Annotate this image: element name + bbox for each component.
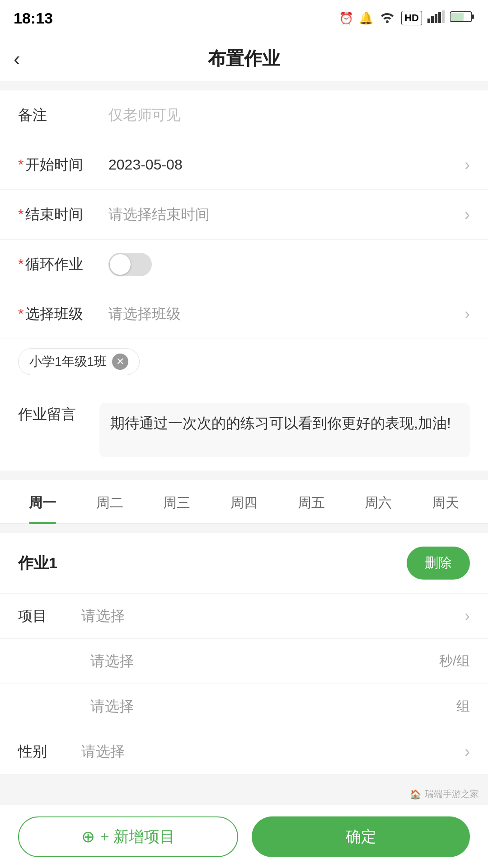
project-arrow: › [465, 607, 470, 626]
hw-sub-row-1[interactable]: 请选择 秒/组 [0, 639, 488, 684]
bottom-bar: ⊕ + 新增项目 确定 [0, 805, 488, 868]
class-arrow: › [465, 305, 470, 324]
class-tag-label: 小学1年级1班 [29, 353, 107, 370]
status-time: 18:13 [14, 9, 53, 27]
homework-title: 作业1 [18, 553, 57, 574]
nav-bar: ‹ 布置作业 [0, 36, 488, 81]
project-row[interactable]: 项目 请选择 › [0, 594, 488, 639]
status-bar: 18:13 ⏰ 🔔 HD [0, 0, 488, 36]
hw-sub-row-2[interactable]: 请选择 组 [0, 684, 488, 729]
class-tag: 小学1年级1班 ✕ [18, 348, 140, 375]
class-select-row[interactable]: *选择班级 请选择班级 › [0, 289, 488, 339]
hw-sub-select-2[interactable]: 请选择 [81, 697, 452, 717]
cycle-label: *循环作业 [18, 255, 99, 274]
homework-header: 作业1 删除 [0, 533, 488, 594]
end-time-placeholder: 请选择结束时间 [99, 205, 460, 225]
form-container: 备注 仅老师可见 *开始时间 2023-05-08 › *结束时间 请选择结束时… [0, 90, 488, 471]
bell-icon: 🔔 [359, 11, 373, 25]
watermark-text: 瑞端手游之家 [425, 788, 479, 800]
page-title: 布置作业 [208, 46, 280, 71]
cycle-row: *循环作业 [0, 240, 488, 289]
hw-unit-1: 秒/组 [439, 652, 470, 670]
delete-button[interactable]: 删除 [407, 547, 470, 580]
svg-rect-0 [427, 19, 430, 23]
back-button[interactable]: ‹ [14, 47, 20, 70]
plus-icon: ⊕ [81, 827, 95, 846]
confirm-button[interactable]: 确定 [252, 816, 470, 857]
required-star: * [18, 156, 23, 173]
project-label: 项目 [18, 606, 72, 626]
end-time-arrow: › [465, 205, 470, 224]
add-item-button[interactable]: ⊕ + 新增项目 [18, 816, 238, 857]
hd-badge: HD [401, 11, 422, 25]
svg-rect-2 [435, 14, 437, 23]
gender-row[interactable]: 性别 请选择 › [0, 729, 488, 774]
cycle-toggle[interactable] [108, 253, 152, 276]
wifi-icon [379, 10, 396, 26]
tab-saturday[interactable]: 周六 [345, 480, 412, 523]
end-time-row[interactable]: *结束时间 请选择结束时间 › [0, 190, 488, 240]
message-label: 作业留言 [18, 403, 99, 425]
add-item-label: + 新增项目 [100, 826, 175, 847]
tab-wednesday[interactable]: 周三 [143, 480, 211, 523]
start-time-label: *开始时间 [18, 155, 99, 175]
note-label: 备注 [18, 105, 99, 125]
message-textarea[interactable]: 期待通过一次次的的练习可以看到你更好的表现,加油! [99, 403, 470, 457]
note-row: 备注 仅老师可见 [0, 90, 488, 140]
hw-sub-select-1[interactable]: 请选择 [81, 651, 435, 671]
start-time-row[interactable]: *开始时间 2023-05-08 › [0, 140, 488, 190]
start-time-arrow: › [465, 156, 470, 175]
svg-rect-4 [442, 10, 445, 23]
watermark-icon: 🏠 [410, 789, 421, 800]
tab-friday[interactable]: 周五 [277, 480, 345, 523]
end-time-label: *结束时间 [18, 205, 99, 225]
week-tabs: 周一 周二 周三 周四 周五 周六 周天 [0, 480, 488, 524]
note-input[interactable]: 仅老师可见 [99, 105, 470, 125]
gender-select[interactable]: 请选择 [72, 742, 465, 762]
hw-unit-2: 组 [456, 697, 470, 716]
tab-sunday[interactable]: 周天 [412, 480, 479, 523]
start-time-value: 2023-05-08 [99, 156, 460, 173]
battery-icon [450, 10, 474, 26]
class-label: *选择班级 [18, 304, 99, 324]
message-row: 作业留言 期待通过一次次的的练习可以看到你更好的表现,加油! [0, 389, 488, 471]
signal-icon [427, 10, 445, 26]
svg-rect-1 [431, 16, 434, 23]
tab-thursday[interactable]: 周四 [211, 480, 278, 523]
project-select[interactable]: 请选择 [72, 606, 465, 626]
svg-rect-6 [472, 14, 474, 19]
tab-tuesday[interactable]: 周二 [76, 480, 144, 523]
class-placeholder: 请选择班级 [99, 304, 460, 324]
alarm-icon: ⏰ [339, 11, 353, 25]
watermark: 🏠 瑞端手游之家 [410, 788, 479, 800]
class-tag-close[interactable]: ✕ [112, 354, 128, 370]
gender-arrow: › [465, 742, 470, 761]
tab-monday[interactable]: 周一 [9, 480, 76, 523]
class-tags-area: 小学1年级1班 ✕ [0, 339, 488, 389]
svg-rect-3 [438, 12, 441, 23]
toggle-knob [110, 254, 131, 275]
homework-section: 作业1 删除 项目 请选择 › 请选择 秒/组 请选择 组 性别 请选择 › [0, 533, 488, 774]
status-icons: ⏰ 🔔 HD [339, 10, 474, 26]
gender-label: 性别 [18, 742, 72, 762]
svg-rect-7 [451, 13, 464, 21]
